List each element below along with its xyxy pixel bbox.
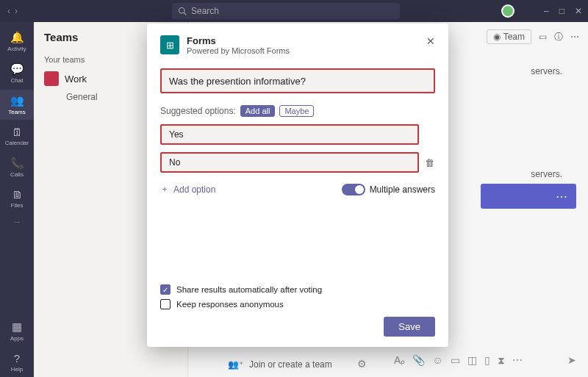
share-results-label: Share results automatically after voting (176, 285, 322, 294)
team-chip[interactable]: ◉Team (487, 29, 531, 44)
sidebar-item-calls[interactable]: 📞Calls (0, 152, 34, 182)
sidebar-item-chat[interactable]: 💬Chat (0, 58, 34, 88)
bell-icon: 🔔 (10, 31, 24, 44)
sidebar-label: Apps (10, 335, 24, 342)
file-icon: 🗎 (12, 188, 23, 201)
save-button[interactable]: Save (384, 317, 435, 337)
gif-icon[interactable]: ▭ (451, 354, 460, 367)
info-icon[interactable]: ⓘ (554, 31, 563, 43)
avatar[interactable] (501, 4, 514, 18)
multiple-answers-toggle[interactable] (342, 184, 365, 195)
stream-icon[interactable]: ⧗ (498, 354, 505, 367)
keep-anonymous-checkbox[interactable] (160, 299, 171, 309)
team-chip-label: Team (503, 32, 525, 42)
sidebar-label: Activity (7, 46, 26, 52)
forms-modal: ⊞ Forms Powered by Microsoft Forms ✕ Was… (147, 24, 448, 347)
gear-icon[interactable]: ⚙ (357, 358, 367, 370)
multiple-answers-label: Multiple answers (370, 184, 435, 195)
attach-icon[interactable]: 📎 (412, 354, 425, 367)
suggested-label: Suggested options: (160, 106, 236, 116)
sidebar-label: Teams (8, 109, 26, 115)
option-text: No (169, 157, 180, 168)
add-option-button[interactable]: ＋ Add option (160, 183, 215, 195)
phone-icon: 📞 (10, 157, 24, 170)
sidebar-item-teams[interactable]: 👥Teams (0, 90, 34, 120)
option-input[interactable]: No (160, 152, 419, 173)
nav-forward-icon[interactable]: › (15, 6, 18, 16)
chat-icon: 💬 (10, 62, 24, 76)
format-icon[interactable]: Aᵨ (394, 354, 405, 367)
window-close-icon[interactable]: ✕ (575, 6, 582, 16)
sidebar-item-files[interactable]: 🗎Files (0, 184, 34, 213)
share-results-checkbox[interactable]: ✓ (160, 284, 171, 295)
search-icon (178, 7, 187, 15)
forms-app-icon: ⊞ (160, 35, 179, 54)
suggested-option-chip[interactable]: Maybe (279, 105, 314, 117)
sidebar-item-help[interactable]: ?Help (0, 348, 34, 377)
sticker-icon[interactable]: ◫ (467, 354, 477, 367)
join-create-team[interactable]: 👥⁺ Join or create a team (228, 359, 332, 370)
delete-option-icon[interactable]: 🗑 (423, 157, 435, 168)
join-icon: 👥⁺ (228, 359, 243, 370)
svg-point-0 (179, 8, 185, 14)
nav-back-icon[interactable]: ‹ (7, 6, 10, 16)
left-rail: 🔔Activity 💬Chat 👥Teams 🗓Calendar 📞Calls … (0, 22, 34, 377)
meet-now-icon[interactable]: ▯ (484, 354, 490, 367)
org-icon: ◉ (493, 32, 501, 42)
modal-title: Forms (187, 35, 290, 46)
option-input[interactable]: Yes (160, 124, 419, 145)
meet-icon[interactable]: ▭ (539, 32, 547, 42)
calendar-icon: 🗓 (12, 126, 23, 138)
grid-icon: ▦ (12, 320, 22, 334)
sidebar-label: Chat (11, 77, 24, 84)
more-icon[interactable]: ⋯ (570, 32, 579, 42)
sidebar-label: Files (11, 202, 24, 209)
more-icon[interactable]: ⋯ (10, 215, 24, 230)
question-input[interactable]: Was the presention informative? (160, 68, 435, 93)
suggested-add-all-button[interactable]: Add all (240, 105, 276, 117)
search-input[interactable]: Search (172, 3, 400, 19)
send-icon[interactable]: ➤ (567, 354, 576, 366)
sidebar-item-calendar[interactable]: 🗓Calendar (0, 121, 34, 151)
option-text: Yes (169, 129, 184, 140)
bg-msg-fragment: servers. (531, 169, 562, 179)
ellipsis-icon: ⋯ (556, 190, 567, 204)
more-apps-icon[interactable]: ⋯ (512, 354, 523, 367)
modal-subtitle: Powered by Microsoft Forms (187, 46, 290, 55)
sidebar-item-apps[interactable]: ▦Apps (0, 316, 34, 346)
question-text: Was the presention informative? (169, 76, 306, 87)
window-maximize-icon[interactable]: □ (559, 6, 564, 16)
sidebar-label: Help (11, 366, 23, 373)
sidebar-label: Calls (10, 171, 24, 178)
titlebar: ‹ › Search – □ ✕ (0, 0, 588, 22)
plus-icon: ＋ (160, 183, 169, 195)
join-label: Join or create a team (249, 359, 332, 370)
emoji-icon[interactable]: ☺ (432, 354, 442, 367)
svg-line-1 (184, 12, 186, 15)
team-avatar-icon (44, 71, 59, 86)
compose-bar: Aᵨ 📎 ☺ ▭ ◫ ▯ ⧗ ⋯ ➤ (394, 351, 576, 370)
sidebar-label: Calendar (5, 140, 29, 146)
window-minimize-icon[interactable]: – (544, 6, 549, 16)
add-option-label: Add option (173, 184, 215, 195)
team-name: Work (65, 73, 87, 85)
message-action-bar[interactable]: ⋯ (481, 184, 576, 209)
keep-anonymous-label: Keep responses anonymous (176, 300, 284, 309)
teams-icon: 👥 (10, 94, 24, 107)
close-icon[interactable]: ✕ (426, 35, 435, 47)
search-placeholder: Search (191, 6, 219, 16)
sidebar-item-activity[interactable]: 🔔Activity (0, 26, 34, 57)
bg-msg-fragment: servers. (531, 66, 562, 76)
help-icon: ? (14, 352, 20, 365)
